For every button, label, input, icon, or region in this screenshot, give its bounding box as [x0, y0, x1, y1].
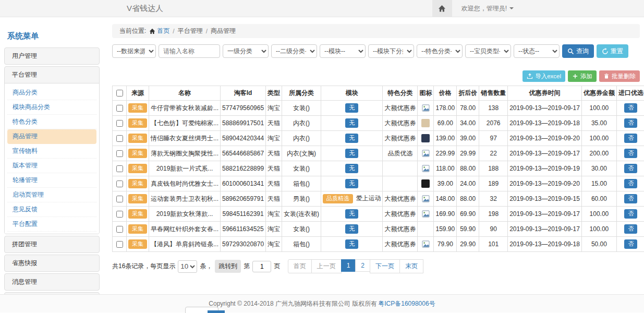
pager-button[interactable]: 上一页 [311, 259, 342, 273]
home-button[interactable] [432, 0, 452, 17]
page-size-select[interactable]: 10 [178, 260, 197, 273]
breadcrumb-separator: / [206, 28, 208, 35]
coupon-amount: 100.00 [581, 131, 616, 146]
reset-button[interactable]: 重置 [597, 44, 628, 58]
sidebar-group[interactable]: 订单管理 [4, 292, 100, 294]
import-excel-label: 导入excel [535, 73, 561, 80]
sidebar-submenu-item[interactable]: 商品管理 [7, 129, 96, 144]
user-menu[interactable]: 欢迎您，管理员! [461, 4, 514, 13]
import-select-badge[interactable]: 否 [624, 149, 637, 158]
row-checkbox[interactable] [116, 196, 123, 202]
import-select-badge[interactable]: 否 [624, 224, 637, 233]
filter-select[interactable]: --二级分类-- [271, 44, 317, 58]
price: 148.00 [434, 191, 457, 207]
filter-select[interactable]: --特色分类-- [417, 44, 463, 58]
coupon-amount: 60.00 [581, 191, 616, 207]
add-button[interactable]: 添加 [568, 70, 597, 82]
import-select-badge[interactable]: 否 [624, 209, 637, 218]
jump-to-button[interactable]: 跳转到 [215, 260, 241, 273]
row-checkbox[interactable] [116, 226, 123, 233]
pager-button[interactable]: 下一页 [370, 259, 400, 273]
taoke-id: 589042420344 [221, 131, 266, 146]
header-checkbox-cell [113, 86, 127, 101]
sidebar-group-label[interactable]: 订单管理 [5, 293, 99, 294]
column-header: 价格 [434, 86, 457, 101]
batch-delete-button[interactable]: 批量删除 [599, 70, 640, 82]
icp-link[interactable]: 粤ICP备16098006号 [378, 299, 435, 308]
add-label: 添加 [580, 73, 592, 80]
page-number-input[interactable] [252, 261, 271, 272]
filter-select[interactable]: --模块下分类-- [368, 44, 414, 58]
product-category: 女装() [282, 222, 321, 237]
image-icon [422, 104, 430, 112]
data-source-select[interactable]: --数据来源-- [112, 44, 156, 58]
sidebar-submenu-item[interactable]: 特色分类 [7, 115, 96, 129]
import-select-badge[interactable]: 否 [624, 239, 637, 248]
import-excel-button[interactable]: 导入excel [523, 70, 565, 82]
sidebar-group-label[interactable]: 用户管理 [5, 48, 99, 64]
coupon-time: 2019-09-13—2019-09-17 [508, 222, 582, 237]
row-checkbox[interactable] [116, 241, 123, 248]
pager-item: 上一页 [312, 259, 342, 273]
sidebar-group-label[interactable]: 省惠快报 [5, 255, 99, 271]
taoke-id: 588869917501 [221, 116, 266, 131]
source-badge: 采集 [128, 118, 147, 127]
row-checkbox[interactable] [116, 150, 123, 157]
sidebar-group-label[interactable]: 消息管理 [5, 274, 99, 290]
sidebar-submenu-item[interactable]: 宣传物料 [7, 144, 96, 159]
filter-select[interactable]: 一级分类 [223, 44, 269, 58]
feature-category: 大额优惠券 [383, 101, 418, 116]
sales-count: 101 [479, 237, 508, 252]
batch-delete-label: 批量删除 [612, 73, 636, 80]
filter-select[interactable]: --状态-- [514, 44, 560, 58]
taoke-id: 601000601341 [221, 176, 266, 191]
sidebar-group[interactable]: 省惠快报 [4, 255, 100, 272]
coupon-amount: 100.00 [581, 207, 616, 222]
row-checkbox[interactable] [116, 120, 123, 127]
import-select-badge[interactable]: 否 [624, 103, 637, 112]
sidebar-submenu-item[interactable]: 启动页管理 [7, 188, 96, 202]
sidebar-submenu-item[interactable]: 版本管理 [7, 159, 96, 173]
pager-button[interactable]: 1 [341, 259, 356, 272]
feature-category [383, 176, 418, 191]
sidebar-submenu-item[interactable]: 平台配置 [7, 217, 96, 232]
pager-item: 末页 [400, 259, 423, 273]
table-row: 采集 情侣睡衣女夏丝绸男士... 589042420344 淘宝 内衣() 无 … [113, 131, 644, 146]
import-select-badge[interactable]: 否 [624, 179, 637, 188]
import-select-badge[interactable]: 否 [624, 194, 637, 203]
pager-button[interactable]: 2 [355, 259, 370, 272]
product-name: 2019新款一片式系... [149, 161, 221, 176]
column-header: 销售数量 [479, 86, 508, 101]
breadcrumb: 当前位置: 首页 / 平台管理 / 商品管理 [112, 24, 640, 38]
product-category: 内衣() [282, 131, 321, 146]
filter-select[interactable]: --模块-- [320, 44, 366, 58]
sidebar-group[interactable]: 用户管理 [4, 47, 100, 65]
select-all-checkbox[interactable] [116, 90, 123, 97]
import-select-badge[interactable]: 否 [624, 164, 637, 173]
row-checkbox[interactable] [116, 211, 123, 218]
name-search-input[interactable] [159, 44, 220, 58]
sidebar-submenu-item[interactable]: 商品分类 [7, 86, 96, 100]
breadcrumb-home-link[interactable]: 首页 [149, 27, 169, 35]
module-badge: 无 [345, 179, 358, 188]
sidebar-submenu-item[interactable]: 意见反馈 [7, 202, 96, 217]
row-checkbox[interactable] [116, 105, 123, 112]
sidebar-group-label[interactable]: 拼团管理 [5, 236, 99, 252]
discount-price: 29.99 [457, 146, 479, 161]
pager-button[interactable]: 首页 [288, 259, 312, 273]
sidebar-group[interactable]: 消息管理 [4, 273, 100, 291]
filter-bar: --数据来源-- 一级分类 --二级分类-- --模块-- [112, 44, 640, 58]
sidebar-submenu-item[interactable]: 模块商品分类 [7, 100, 96, 115]
pager-button[interactable]: 末页 [399, 259, 423, 273]
query-button[interactable]: 查询 [562, 44, 594, 58]
import-select-badge[interactable]: 否 [624, 118, 637, 127]
sidebar-group[interactable]: 拼团管理 [4, 236, 100, 253]
row-checkbox[interactable] [116, 180, 123, 187]
import-select-badge[interactable]: 否 [624, 134, 637, 142]
sidebar-submenu-item[interactable]: 轮播管理 [7, 173, 96, 188]
row-checkbox[interactable] [116, 165, 123, 172]
sales-count: 2076 [479, 116, 508, 131]
filter-select[interactable]: --宝贝类型-- [465, 44, 511, 58]
sidebar-group-platform-label[interactable]: 平台管理 [5, 67, 99, 83]
row-checkbox[interactable] [116, 135, 123, 142]
